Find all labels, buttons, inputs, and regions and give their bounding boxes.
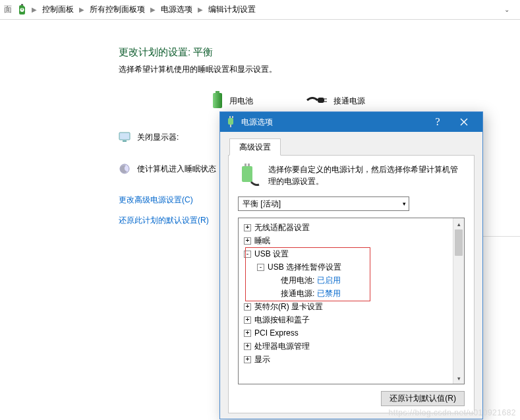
power-plan-select[interactable]: 平衡 [活动] ▾ [238,196,409,211]
svg-rect-6 [324,101,327,102]
tree-node-label: USB 设置 [254,247,289,260]
expand-icon[interactable]: + [244,330,251,337]
svg-rect-11 [229,116,231,118]
scroll-up-button[interactable]: ▴ [453,218,464,229]
dialog-footer: 还原计划默认值(R) [238,384,465,406]
settings-tree[interactable]: +无线适配器设置+睡眠-USB 设置-USB 选择性暂停设置使用电池:已启用接通… [239,218,453,384]
expand-icon[interactable]: + [244,356,251,363]
tree-node-value[interactable]: 已禁用 [317,287,341,300]
tree-scrollbar[interactable]: ▴ ▾ [453,218,464,384]
tree-node[interactable]: +无线适配器设置 [240,221,451,234]
chevron-right-icon[interactable]: ▶ [79,6,84,13]
col-battery: 用电池 [211,91,253,111]
column-headers: 用电池 接通电源 [211,91,520,111]
col-battery-label: 用电池 [229,96,253,107]
svg-rect-15 [248,164,250,166]
dialog-tabs: 高级设置 [228,138,475,156]
restore-plan-defaults-button[interactable]: 还原计划默认值(R) [381,391,465,406]
tree-node[interactable]: +显示 [240,353,451,366]
tree-node-label: PCI Express [254,326,299,340]
svg-rect-3 [213,93,222,108]
chevron-right-icon[interactable]: ▶ [198,6,203,13]
tree-node-value[interactable]: 已启用 [317,274,341,287]
monitor-icon [119,131,130,143]
tree-node-label: 处理器电源管理 [254,340,310,353]
help-button[interactable]: ? [424,112,451,132]
tree-node-label: 接通电源: [281,287,314,300]
dialog-description-row: 选择你要自定义的电源计划，然后选择你希望计算机管理的电源设置。 [238,164,465,187]
power-plan-icon [238,164,262,187]
plug-icon [306,94,328,108]
row-display-off-label: 关闭显示器: [137,132,179,143]
svg-rect-0 [21,4,23,5]
svg-rect-10 [228,118,233,125]
power-plug-icon [225,116,237,128]
dialog-body: 高级设置 选择你要自定义的电源计划，然后选择你希望计算机管理的电源设置。 平衡 … [220,132,482,419]
battery-icon [211,91,224,111]
dialog-titlebar[interactable]: 电源选项 ? [220,112,482,132]
tree-node-label: 睡眠 [254,234,270,247]
expand-icon[interactable]: + [244,303,251,311]
dialog-title: 电源选项 [241,117,424,128]
tree-node[interactable]: +英特尔(R) 显卡设置 [240,300,451,313]
row-sleep-label: 使计算机进入睡眠状态 [137,164,216,175]
decorative-divider [483,236,520,248]
chevron-down-icon: ▾ [403,200,406,207]
svg-rect-7 [119,133,130,140]
tree-leaf[interactable]: 使用电池:已启用 [240,274,451,287]
expand-icon[interactable]: + [244,316,251,324]
tree-node-label: 使用电池: [281,274,314,287]
page-title: 更改计划的设置: 平衡 [119,46,520,59]
svg-rect-5 [324,98,327,100]
expand-icon[interactable]: + [244,343,251,350]
breadcrumb: ▶ 控制面板 ▶ 所有控制面板项 ▶ 电源选项 ▶ 编辑计划设置 [32,1,498,18]
power-folder-icon[interactable] [17,4,29,16]
tree-node-label: 无线适配器设置 [254,221,310,234]
tree-node[interactable]: -USB 选择性暂停设置 [240,260,451,274]
svg-rect-13 [242,166,252,182]
close-button[interactable] [451,112,477,132]
svg-rect-4 [318,98,324,103]
expand-icon[interactable]: + [244,224,251,231]
page-subtitle: 选择希望计算机使用的睡眠设置和显示设置。 [119,64,520,75]
tree-leaf[interactable]: 接通电源:已禁用 [240,287,451,300]
chevron-right-icon[interactable]: ▶ [32,6,37,13]
chevron-right-icon[interactable]: ▶ [150,6,156,13]
svg-rect-12 [232,116,233,118]
col-plugged-label: 接通电源 [333,96,365,107]
crumb-power-options[interactable]: 电源选项 [158,1,195,18]
settings-tree-container: +无线适配器设置+睡眠-USB 设置-USB 选择性暂停设置使用电池:已启用接通… [238,218,465,384]
tree-node[interactable]: +PCI Express [240,326,451,340]
dialog-description: 选择你要自定义的电源计划，然后选择你希望计算机管理的电源设置。 [268,164,465,187]
svg-rect-8 [123,140,127,142]
moon-icon [119,163,130,175]
scroll-thumb[interactable] [455,229,463,256]
tree-node-label: 显示 [254,353,270,366]
tab-panel-advanced: 选择你要自定义的电源计划，然后选择你希望计算机管理的电源设置。 平衡 [活动] … [228,156,475,413]
crumb-edit-plan[interactable]: 编辑计划设置 [206,1,258,18]
tree-node-label: USB 选择性暂停设置 [268,260,341,274]
tree-node-label: 英特尔(R) 显卡设置 [254,300,323,313]
address-bar: 面 ▶ 控制面板 ▶ 所有控制面板项 ▶ 电源选项 ▶ 编辑计划设置 ⌄ [0,0,520,20]
power-plan-selected: 平衡 [活动] [243,198,281,210]
tab-advanced[interactable]: 高级设置 [229,138,281,156]
tree-node[interactable]: +电源按钮和盖子 [240,313,451,326]
crumb-all-items[interactable]: 所有控制面板项 [87,1,148,18]
col-plugged: 接通电源 [306,94,365,108]
svg-rect-14 [245,164,246,166]
address-dropdown-icon[interactable]: ⌄ [498,6,516,13]
expand-icon[interactable]: + [244,237,251,245]
collapse-icon[interactable]: - [244,251,251,258]
scroll-down-button[interactable]: ▾ [453,373,464,384]
tree-node[interactable]: +处理器电源管理 [240,340,451,353]
tree-node[interactable]: +睡眠 [240,234,451,247]
power-options-dialog: 电源选项 ? 高级设置 选择你要自定义的电源计划，然后选择你希望计算机管理的电源… [219,111,483,419]
tree-node-label: 电源按钮和盖子 [254,313,310,326]
svg-rect-2 [216,91,219,93]
crumb-control-panel[interactable]: 控制面板 [40,1,76,18]
collapse-icon[interactable]: - [257,264,264,271]
tree-node[interactable]: -USB 设置 [240,247,451,260]
back-text: 面 [4,4,12,15]
